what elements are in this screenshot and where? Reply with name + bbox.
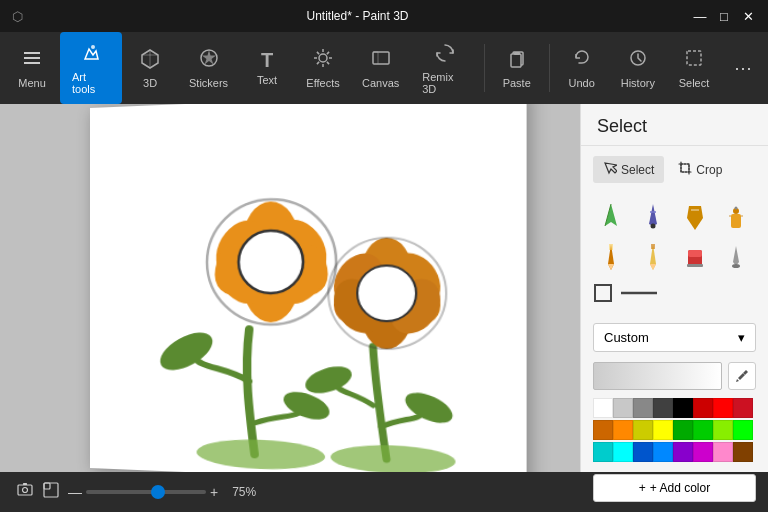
zoom-slider[interactable]	[86, 490, 206, 494]
color-cyan[interactable]	[593, 442, 613, 462]
svg-rect-66	[18, 485, 32, 495]
toolbar-3d[interactable]: 3D	[122, 32, 178, 104]
zoom-percentage: 75%	[232, 485, 256, 499]
effects-label: Effects	[306, 77, 339, 89]
minimize-button[interactable]: —	[692, 8, 708, 24]
toolbar-canvas[interactable]: Canvas	[351, 32, 410, 104]
text-icon: T	[261, 50, 273, 70]
svg-rect-14	[373, 52, 389, 64]
history-icon	[627, 47, 649, 73]
svg-rect-68	[23, 483, 27, 485]
3d-icon	[139, 47, 161, 73]
toolbar-art-tools[interactable]: Art tools	[60, 32, 122, 104]
color-green-dark[interactable]	[673, 420, 693, 440]
color-bright-cyan[interactable]	[613, 442, 633, 462]
shape-line[interactable]	[619, 283, 659, 307]
window-controls: — □ ✕	[692, 8, 756, 24]
color-pink[interactable]	[713, 442, 733, 462]
eyedropper-button[interactable]	[728, 362, 756, 390]
maximize-button[interactable]: □	[716, 8, 732, 24]
brush-spray[interactable]	[718, 199, 754, 235]
svg-rect-16	[511, 54, 521, 67]
toolbar-undo[interactable]: Undo	[554, 32, 610, 104]
color-blue[interactable]	[633, 442, 653, 462]
color-green[interactable]	[693, 420, 713, 440]
toolbar-select[interactable]: Select	[666, 32, 722, 104]
brush-shapes	[581, 281, 768, 313]
titlebar-title: Untitled* - Paint 3D	[23, 9, 692, 23]
canvas-icon	[370, 47, 392, 73]
toolbar-remix3d[interactable]: Remix 3D	[410, 32, 480, 104]
color-crimson[interactable]	[733, 398, 753, 418]
toolbar-menu[interactable]: Menu	[4, 32, 60, 104]
palette-row-3	[593, 442, 756, 462]
zoom-plus-button[interactable]: +	[210, 484, 218, 500]
toolbar-effects[interactable]: Effects	[295, 32, 351, 104]
svg-rect-61	[687, 264, 703, 267]
brush-type-dropdown[interactable]: Custom ▾	[593, 323, 756, 352]
brush-fill[interactable]	[677, 199, 713, 235]
brush-pencil-yellow[interactable]	[635, 239, 671, 275]
remix3d-icon	[434, 41, 456, 67]
toolbar-history[interactable]: History	[610, 32, 666, 104]
color-brown[interactable]	[733, 442, 753, 462]
drawing-paper	[90, 104, 527, 472]
more-options-button[interactable]: ⋯	[722, 32, 764, 104]
canvas-area[interactable]	[0, 104, 580, 472]
art-tools-label: Art tools	[72, 71, 110, 95]
paste-icon	[506, 47, 528, 73]
brush-pen[interactable]	[635, 199, 671, 235]
svg-rect-58	[651, 244, 655, 249]
zoom-thumb	[151, 485, 165, 499]
color-darkred[interactable]	[693, 398, 713, 418]
svg-line-11	[327, 62, 329, 64]
color-orange[interactable]	[613, 420, 633, 440]
svg-rect-69	[44, 483, 58, 497]
zoom-minus-button[interactable]: —	[68, 484, 82, 500]
color-lightgray[interactable]	[613, 398, 633, 418]
text-label: Text	[257, 74, 277, 86]
color-yellow-dark[interactable]	[633, 420, 653, 440]
toolbar-paste[interactable]: Paste	[489, 32, 545, 104]
color-darkgray[interactable]	[653, 398, 673, 418]
color-black[interactable]	[673, 398, 693, 418]
crop-tool-button[interactable]: Crop	[668, 156, 732, 183]
toolbar-text[interactable]: T Text	[239, 32, 295, 104]
color-bright-blue[interactable]	[653, 442, 673, 462]
shape-square[interactable]	[593, 283, 613, 307]
toolbar-stickers[interactable]: Stickers	[178, 32, 239, 104]
color-bright-green[interactable]	[733, 420, 753, 440]
svg-rect-70	[44, 483, 50, 489]
color-orange-dark[interactable]	[593, 420, 613, 440]
view-icon[interactable]	[42, 481, 60, 503]
brush-pencil-brown[interactable]	[593, 239, 629, 275]
color-lime[interactable]	[713, 420, 733, 440]
color-red[interactable]	[713, 398, 733, 418]
color-white[interactable]	[593, 398, 613, 418]
color-purple[interactable]	[673, 442, 693, 462]
select-tool-button[interactable]: Select	[593, 156, 664, 183]
svg-point-3	[91, 45, 95, 49]
menu-icon	[21, 47, 43, 73]
color-magenta[interactable]	[693, 442, 713, 462]
svg-point-62	[732, 264, 740, 268]
svg-point-52	[741, 215, 743, 217]
color-gray[interactable]	[633, 398, 653, 418]
color-preview-bar	[593, 362, 722, 390]
palette-row-1	[593, 398, 756, 418]
svg-line-10	[317, 52, 319, 54]
svg-point-34	[239, 230, 304, 293]
svg-point-67	[23, 488, 28, 493]
art-tools-icon	[80, 41, 102, 67]
brush-smudge[interactable]	[718, 239, 754, 275]
add-color-button[interactable]: + + Add color	[593, 474, 756, 502]
panel-title: Select	[581, 104, 768, 146]
color-yellow[interactable]	[653, 420, 673, 440]
svg-marker-57	[650, 264, 656, 270]
screenshot-icon[interactable]	[16, 481, 34, 503]
3d-label: 3D	[143, 77, 157, 89]
brush-eraser[interactable]	[677, 239, 713, 275]
add-color-icon: +	[639, 481, 646, 495]
brush-calligraphy[interactable]	[593, 199, 629, 235]
close-button[interactable]: ✕	[740, 8, 756, 24]
